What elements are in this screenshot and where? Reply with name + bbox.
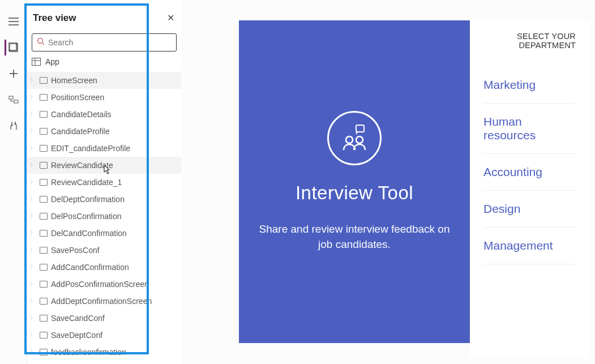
department-heading: SELECT YOUR DEPARTMENT	[483, 32, 576, 50]
screen-icon	[40, 230, 48, 237]
interview-tool-icon	[327, 111, 382, 165]
svg-rect-2	[9, 96, 13, 99]
chevron-right-icon[interactable]: 〉	[29, 178, 36, 186]
tree-item-label: CandidateDetails	[51, 110, 112, 119]
tree-item[interactable]: 〉CandidateDetails	[27, 106, 181, 123]
svg-point-5	[14, 123, 16, 125]
chevron-right-icon[interactable]: 〉	[29, 212, 36, 220]
preview-subtitle: Share and review interview feedback on j…	[255, 222, 454, 252]
hamburger-icon[interactable]	[6, 14, 22, 29]
tree-item[interactable]: 〉HomeScreen•••	[27, 72, 181, 89]
screen-icon	[40, 128, 48, 135]
department-item[interactable]: Accounting	[483, 154, 576, 191]
tree-item[interactable]: 〉SavePosConf	[27, 242, 181, 259]
tree-item[interactable]: 〉PositionScreen	[27, 89, 181, 106]
chevron-right-icon[interactable]: 〉	[29, 280, 36, 288]
chevron-right-icon[interactable]: 〉	[29, 110, 36, 118]
tree-item-label: HomeScreen	[51, 76, 97, 85]
tree-item[interactable]: 〉EDIT_candidateProfile	[27, 140, 181, 157]
department-item[interactable]: Design	[483, 191, 576, 228]
app-icon	[32, 58, 41, 66]
search-input[interactable]	[32, 33, 177, 52]
tree-item-label: ReviewCandidate	[51, 161, 113, 170]
app-root-label: App	[45, 57, 59, 66]
tree-item-label: AddCandConfirmation	[51, 263, 129, 272]
tree-item-label: feedbackconfirmation	[51, 348, 126, 357]
tree-item[interactable]: 〉DelCandConfirmation	[27, 225, 181, 242]
tree-item[interactable]: 〉CandidateProfile	[27, 123, 181, 140]
department-panel: SELECT YOUR DEPARTMENT MarketingHuman re…	[470, 20, 589, 358]
screen-icon	[40, 145, 48, 152]
tree-item[interactable]: 〉AddCandConfirmation	[27, 259, 181, 276]
department-item[interactable]: Management	[483, 228, 576, 264]
department-list: MarketingHuman resourcesAccountingDesign…	[483, 67, 576, 264]
tree-item[interactable]: 〉DelPosConfirmation	[27, 208, 181, 225]
tree-item[interactable]: 〉DelDeptConfirmation	[27, 191, 181, 208]
chevron-right-icon[interactable]: 〉	[29, 195, 36, 203]
svg-point-6	[38, 38, 43, 44]
tree-item-label: SaveCandConf	[51, 314, 105, 323]
close-icon[interactable]: ✕	[165, 10, 177, 25]
tree-item[interactable]: 〉SaveDeptConf	[27, 327, 181, 344]
canvas-area: Interview Tool Share and review intervie…	[181, 0, 595, 364]
tree-view-panel: Tree view ✕ App 〉HomeScreen•••〉PositionS…	[27, 0, 181, 364]
app-preview-splash: Interview Tool Share and review intervie…	[239, 20, 470, 343]
app-root-item[interactable]: App	[27, 52, 181, 72]
search-text-input[interactable]	[48, 38, 172, 47]
screen-icon	[40, 179, 48, 186]
chevron-right-icon[interactable]: 〉	[29, 246, 36, 254]
screen-icon	[40, 264, 48, 271]
tree-item[interactable]: 〉AddPosConfirmationScreen	[27, 276, 181, 293]
screen-icon	[40, 111, 48, 118]
search-icon	[37, 37, 45, 48]
screen-icon	[40, 77, 48, 84]
svg-rect-8	[356, 125, 364, 132]
chevron-right-icon[interactable]: 〉	[29, 144, 36, 152]
screen-icon	[40, 332, 48, 339]
tree-item-label: SavePosConf	[51, 246, 100, 255]
chevron-right-icon[interactable]: 〉	[29, 348, 36, 356]
tree-item-label: CandidateProfile	[51, 127, 110, 136]
tree-item-label: DelPosConfirmation	[51, 212, 122, 221]
svg-point-10	[356, 136, 363, 143]
screens-list: 〉HomeScreen•••〉PositionScreen〉CandidateD…	[27, 72, 181, 364]
department-item[interactable]: Human resources	[483, 104, 576, 154]
screen-icon	[40, 281, 48, 288]
tree-item-label: EDIT_candidateProfile	[51, 144, 130, 153]
chevron-right-icon[interactable]: 〉	[29, 76, 36, 84]
screen-icon	[40, 315, 48, 322]
chevron-right-icon[interactable]: 〉	[29, 161, 36, 169]
svg-rect-7	[32, 58, 41, 66]
insert-icon[interactable]	[6, 66, 22, 82]
tree-item[interactable]: 〉ReviewCandidate_1	[27, 174, 181, 191]
tree-item-label: PositionScreen	[51, 93, 104, 102]
svg-point-9	[346, 136, 353, 143]
tools-icon[interactable]	[6, 118, 22, 134]
left-rail	[0, 0, 27, 364]
tree-item[interactable]: 〉AddDeptConfirmationScreen	[27, 293, 181, 310]
chevron-right-icon[interactable]: 〉	[29, 127, 36, 135]
chevron-right-icon[interactable]: 〉	[29, 93, 36, 101]
chevron-right-icon[interactable]: 〉	[29, 314, 36, 322]
chevron-right-icon[interactable]: 〉	[29, 229, 36, 237]
screen-icon	[40, 247, 48, 254]
chevron-right-icon[interactable]: 〉	[29, 263, 36, 271]
panel-title: Tree view	[33, 12, 76, 24]
tree-item[interactable]: 〉ReviewCandidate•••	[27, 157, 181, 174]
tree-item[interactable]: 〉feedbackconfirmation	[27, 344, 181, 361]
chevron-right-icon[interactable]: 〉	[29, 331, 36, 339]
screen-icon	[40, 196, 48, 203]
screen-icon	[40, 162, 48, 169]
department-item[interactable]: Marketing	[483, 67, 576, 104]
tree-item-label: DelDeptConfirmation	[51, 195, 125, 204]
tree-item-label: DelCandConfirmation	[51, 229, 127, 238]
tree-item[interactable]: 〉SaveCandConf	[27, 310, 181, 327]
tree-item-label: AddDeptConfirmationScreen	[51, 297, 152, 306]
tree-view-icon[interactable]	[5, 40, 20, 55]
tree-item-label: AddPosConfirmationScreen	[51, 280, 149, 289]
data-icon[interactable]	[6, 92, 22, 108]
chevron-right-icon[interactable]: 〉	[29, 297, 36, 305]
tree-item-label: SaveDeptConf	[51, 331, 102, 340]
svg-point-4	[11, 125, 12, 126]
tree-item-label: ReviewCandidate_1	[51, 178, 122, 187]
